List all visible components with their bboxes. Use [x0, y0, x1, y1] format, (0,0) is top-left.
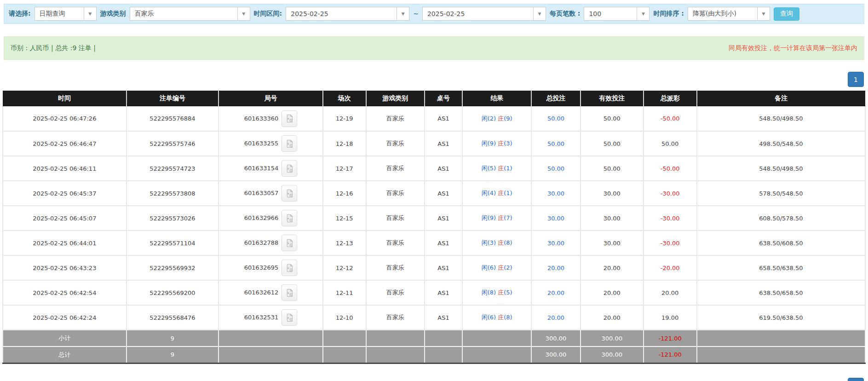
- table-row: 2025-02-25 06:44:01522295571104601632788…: [3, 231, 865, 255]
- cell-table-no: AS1: [425, 131, 462, 156]
- cell-total-bet: 20.00: [531, 255, 581, 280]
- round-id-text: 601632788: [244, 239, 278, 246]
- cell-game-category: 百家乐: [366, 156, 425, 181]
- video-record-button[interactable]: [282, 110, 297, 127]
- cell-time: 2025-02-25 06:42:54: [3, 280, 126, 305]
- cell-time: 2025-02-25 06:46:11: [3, 156, 126, 181]
- video-record-button[interactable]: [282, 260, 297, 276]
- cell-payout: -50.00: [644, 106, 697, 131]
- table-row: 2025-02-25 06:46:11522295574723601633154…: [3, 156, 865, 181]
- cell-valid-bet: 20.00: [581, 255, 644, 280]
- query-type-value: 日期查询: [35, 10, 84, 18]
- video-record-button[interactable]: [282, 185, 297, 202]
- cell-bet-id: 522295576884: [126, 106, 218, 131]
- cell-payout: 50.00: [644, 131, 697, 156]
- result-player: 闲(2): [482, 115, 496, 122]
- cell-valid-bet: 50.00: [581, 156, 644, 181]
- video-record-button[interactable]: [282, 235, 297, 251]
- query-type-select[interactable]: 日期查询 ▼: [34, 7, 97, 21]
- summary-valid-bet: 300.00: [581, 346, 644, 363]
- cell-bet-id: 522295569200: [126, 280, 218, 305]
- query-type-label: 请选择:: [9, 10, 31, 18]
- table-row: 2025-02-25 06:42:24522295568476601632531…: [3, 305, 865, 330]
- cell-result: 闲(8) 庄(5): [462, 280, 531, 305]
- cell-game-category: 百家乐: [366, 231, 425, 255]
- round-id-text: 601633255: [244, 140, 278, 147]
- pagination-page-1[interactable]: 1: [848, 378, 864, 381]
- round-id-text: 601632612: [244, 289, 278, 296]
- cell-remark: 548.50/498.50: [697, 106, 865, 131]
- result-banker-score: (5): [504, 289, 512, 296]
- table-row: 2025-02-25 06:42:54522295569200601632612…: [3, 280, 865, 305]
- cell-round-id: 601632966: [218, 206, 323, 231]
- cell-time: 2025-02-25 06:45:37: [3, 181, 126, 206]
- video-record-icon: [285, 164, 294, 173]
- cell-total-bet: 20.00: [531, 305, 581, 330]
- video-record-button[interactable]: [282, 210, 297, 226]
- cell-valid-bet: 30.00: [581, 231, 644, 255]
- column-header-7: 总投注: [531, 91, 581, 106]
- cell-time: 2025-02-25 06:44:01: [3, 231, 126, 255]
- cell-total-bet: 30.00: [531, 181, 581, 206]
- result-banker-label: 庄: [498, 264, 504, 271]
- summary-total-bet: 300.00: [531, 330, 581, 346]
- valid-bet-notice: 同局有效投注，统一计算在该局第一张注单内: [729, 44, 857, 52]
- result-banker-label: 庄: [498, 239, 504, 246]
- cell-session: 12-10: [323, 305, 366, 330]
- video-record-icon: [285, 264, 294, 272]
- cell-bet-id: 522295569932: [126, 255, 218, 280]
- cell-game-category: 百家乐: [366, 255, 425, 280]
- cell-valid-bet: 20.00: [581, 305, 644, 330]
- result-player: 闲(3): [482, 239, 496, 246]
- cell-table-no: AS1: [425, 231, 462, 255]
- result-banker-label: 庄: [498, 314, 504, 321]
- cell-game-category: 百家乐: [366, 131, 425, 156]
- pagination-page-1[interactable]: 1: [848, 72, 864, 87]
- cell-valid-bet: 20.00: [581, 280, 644, 305]
- cell-table-no: AS1: [425, 156, 462, 181]
- date-to-select[interactable]: 2025-02-25 ▼: [422, 7, 546, 21]
- cell-session: 12-11: [323, 280, 366, 305]
- cell-round-id: 601632788: [218, 231, 323, 255]
- summary-count: 9: [126, 330, 218, 346]
- video-record-button[interactable]: [282, 160, 297, 177]
- time-sort-select[interactable]: 降冪(由大到小) ▼: [688, 7, 770, 21]
- column-header-9: 总派彩: [644, 91, 697, 106]
- cell-payout: 20.00: [644, 280, 697, 305]
- subtotal-row: 小计9300.00300.00-121.00: [3, 330, 865, 346]
- cell-payout: -20.00: [644, 255, 697, 280]
- summary-label: 总计: [3, 346, 126, 363]
- round-id-text: 601633057: [244, 190, 278, 196]
- table-row: 2025-02-25 06:46:47522295575746601633255…: [3, 131, 865, 156]
- filter-bar: 请选择: 日期查询 ▼ 游戏类别 百家乐 ▼ 时间区间: 2025-02-25 …: [4, 4, 864, 24]
- cell-time: 2025-02-25 06:47:26: [3, 106, 126, 131]
- result-banker-score: (1): [504, 190, 512, 196]
- chevron-down-icon: ▼: [757, 7, 770, 20]
- time-sort-value: 降冪(由大到小): [688, 10, 757, 18]
- column-header-2: 局号: [218, 91, 323, 106]
- cell-remark: 608.50/578.50: [697, 206, 865, 231]
- video-record-button[interactable]: [282, 284, 297, 301]
- search-button[interactable]: 查询: [774, 7, 799, 21]
- round-id-text: 601632695: [244, 264, 278, 271]
- cell-result: 闲(9) 庄(3): [462, 131, 531, 156]
- video-record-button[interactable]: [282, 135, 297, 152]
- cell-payout: -30.00: [644, 231, 697, 255]
- cell-result: 闲(6) 庄(8): [462, 305, 531, 330]
- result-banker-score: (1): [504, 165, 512, 172]
- cell-table-no: AS1: [425, 305, 462, 330]
- round-id-text: 601632966: [244, 214, 278, 221]
- per-page-select[interactable]: 100 ▼: [584, 7, 650, 21]
- game-category-select[interactable]: 百家乐 ▼: [130, 7, 250, 21]
- cell-round-id: 601632612: [218, 280, 323, 305]
- video-record-icon: [285, 139, 294, 148]
- date-from-select[interactable]: 2025-02-25 ▼: [286, 7, 409, 21]
- cell-payout: -30.00: [644, 206, 697, 231]
- table-body: 2025-02-25 06:47:26522295576884601633360…: [3, 106, 865, 363]
- total-row: 总计9300.00300.00-121.00: [3, 346, 865, 363]
- result-banker-label: 庄: [498, 289, 504, 296]
- cell-valid-bet: 30.00: [581, 206, 644, 231]
- summary-info-bar: 币别 : 人民币 | 总共 :9 注单 | 同局有效投注，统一计算在该局第一张注…: [4, 36, 864, 60]
- result-player: 闲(6): [482, 264, 496, 271]
- video-record-button[interactable]: [282, 309, 297, 326]
